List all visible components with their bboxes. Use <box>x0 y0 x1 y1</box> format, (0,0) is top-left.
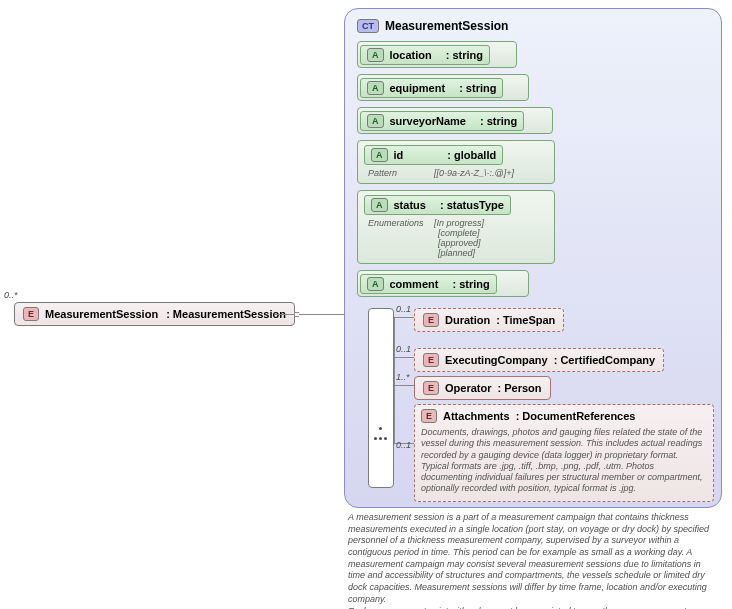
attr-equipment[interactable]: A equipment : string <box>357 74 529 101</box>
element-type: : Person <box>497 382 541 394</box>
attr-tag-icon: A <box>367 114 384 128</box>
attr-tag-icon: A <box>371 148 388 162</box>
element-duration[interactable]: E Duration : TimeSpan <box>414 308 564 332</box>
element-name: Operator <box>445 382 491 394</box>
element-attachments[interactable]: E Attachments : DocumentReferences Docum… <box>414 404 714 502</box>
attr-name: comment <box>390 278 439 290</box>
ct-title-row: CT MeasurementSession <box>357 19 709 33</box>
element-type: : MeasurementSession <box>166 308 286 320</box>
element-tag-icon: E <box>421 409 437 423</box>
attr-status[interactable]: A status : statusType Enumerations[In pr… <box>357 190 555 264</box>
element-type: : DocumentReferences <box>516 410 636 422</box>
attr-id-pattern: Pattern[[0-9a-zA-Z_\-:.@]+] <box>364 168 548 178</box>
element-tag-icon: E <box>423 381 439 395</box>
element-name: Duration <box>445 314 490 326</box>
attr-name: id <box>394 149 404 161</box>
attr-type: : string <box>452 278 489 290</box>
attr-type: : statusType <box>440 199 504 211</box>
attr-type: : string <box>446 49 483 61</box>
mult-root: 0..* <box>4 290 18 300</box>
mult-attachments: 0..1 <box>396 440 411 450</box>
attr-name: status <box>394 199 426 211</box>
ct-title: MeasurementSession <box>385 19 508 33</box>
sequence-compositor-icon <box>368 308 394 488</box>
attr-type: : string <box>480 115 517 127</box>
element-type: : TimeSpan <box>496 314 555 326</box>
attachments-description: Documents, drawings, photos and gauging … <box>421 427 707 495</box>
attr-type: : globalId <box>447 149 496 161</box>
attr-name: surveyorName <box>390 115 466 127</box>
attr-name: equipment <box>390 82 446 94</box>
attr-type: : string <box>459 82 496 94</box>
attr-surveyor-name[interactable]: A surveyorName : string <box>357 107 553 134</box>
attr-id[interactable]: A id : globalId Pattern[[0-9a-zA-Z_\-:.@… <box>357 140 555 184</box>
attr-location[interactable]: A location : string <box>357 41 517 68</box>
element-measurement-session[interactable]: E MeasurementSession : MeasurementSessio… <box>14 302 295 326</box>
mult-executing-company: 0..1 <box>396 344 411 354</box>
attr-name: location <box>390 49 432 61</box>
attr-tag-icon: A <box>371 198 388 212</box>
attr-tag-icon: A <box>367 277 384 291</box>
element-type: : CertifiedCompany <box>554 354 655 366</box>
element-name: MeasurementSession <box>45 308 158 320</box>
element-name: ExecutingCompany <box>445 354 548 366</box>
ct-description: A measurement session is a part of a mea… <box>348 512 720 609</box>
element-tag-icon: E <box>423 313 439 327</box>
ct-tag-icon: CT <box>357 19 379 33</box>
mult-operator: 1..* <box>396 372 410 382</box>
element-tag-icon: E <box>23 307 39 321</box>
element-name: Attachments <box>443 410 510 422</box>
attr-tag-icon: A <box>367 81 384 95</box>
attr-tag-icon: A <box>367 48 384 62</box>
mult-duration: 0..1 <box>396 304 411 314</box>
element-tag-icon: E <box>423 353 439 367</box>
element-operator[interactable]: E Operator : Person <box>414 376 551 400</box>
attr-status-enums: Enumerations[In progress] [complete] [ap… <box>364 218 548 258</box>
attr-comment[interactable]: A comment : string <box>357 270 529 297</box>
element-executing-company[interactable]: E ExecutingCompany : CertifiedCompany <box>414 348 664 372</box>
